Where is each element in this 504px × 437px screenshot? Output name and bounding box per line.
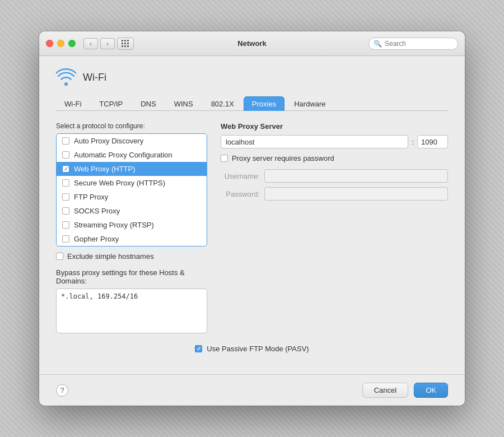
tab-8021x[interactable]: 802.1X (203, 96, 242, 111)
password-row: Password: (221, 187, 448, 201)
ok-button[interactable]: OK (414, 383, 448, 398)
protocol-item-auto-proxy-config[interactable]: Automatic Proxy Configuration (57, 148, 207, 162)
protocol-label-auto-proxy-discovery: Auto Proxy Discovery (74, 137, 143, 145)
right-panel: Web Proxy Server : Proxy server requires… (221, 122, 448, 336)
checkbox-auto-proxy-discovery[interactable] (62, 137, 69, 145)
tab-tcpip[interactable]: TCP/IP (91, 96, 131, 111)
tab-dns[interactable]: DNS (132, 96, 164, 111)
checkbox-auto-proxy-config[interactable] (62, 151, 69, 159)
protocol-label-auto-proxy-config: Automatic Proxy Configuration (74, 151, 172, 159)
protocol-item-secure-web-proxy[interactable]: Secure Web Proxy (HTTPS) (57, 176, 207, 190)
protocol-list: Auto Proxy Discovery Automatic Proxy Con… (56, 133, 207, 247)
protocol-label: Select a protocol to configure: (56, 122, 207, 130)
protocol-label-socks-proxy: SOCKS Proxy (74, 207, 120, 215)
close-button[interactable] (46, 40, 53, 47)
grid-icon (122, 40, 129, 48)
forward-button[interactable]: › (100, 38, 115, 49)
tabs: Wi-Fi TCP/IP DNS WINS 802.1X Proxies Har… (56, 96, 448, 111)
window-title: Network (237, 39, 266, 48)
port-input[interactable] (417, 135, 448, 148)
checkbox-ftp-proxy[interactable] (62, 193, 69, 201)
server-input[interactable] (221, 135, 408, 148)
checkbox-exclude-hostnames[interactable] (56, 253, 63, 260)
protocol-label-streaming-proxy: Streaming Proxy (RTSP) (74, 221, 154, 229)
cancel-button[interactable]: Cancel (362, 383, 408, 398)
pasv-row: Use Passive FTP Mode (PASV) (56, 345, 448, 353)
checkbox-gopher-proxy[interactable] (62, 235, 69, 243)
wifi-icon (56, 67, 76, 87)
bypass-textarea[interactable] (56, 289, 207, 333)
protocol-item-socks-proxy[interactable]: SOCKS Proxy (57, 204, 207, 218)
protocol-label-secure-web-proxy: Secure Web Proxy (HTTPS) (74, 179, 165, 187)
pasv-label: Use Passive FTP Mode (PASV) (207, 345, 309, 353)
checkbox-socks-proxy[interactable] (62, 207, 69, 215)
password-input[interactable] (264, 187, 448, 201)
checkbox-streaming-proxy[interactable] (62, 221, 69, 229)
username-row: Username: (221, 169, 448, 183)
search-input[interactable] (385, 40, 453, 48)
tab-wins[interactable]: WINS (166, 96, 202, 111)
checkbox-pasv[interactable] (195, 345, 202, 352)
pw-label: Proxy server requires password (232, 154, 334, 162)
bypass-section: Bypass proxy settings for these Hosts & … (56, 268, 207, 336)
colon-separator: : (412, 138, 414, 146)
footer: ? Cancel OK (39, 374, 465, 406)
exclude-row: Exclude simple hostnames (56, 252, 207, 261)
checkbox-requires-password[interactable] (221, 155, 228, 162)
protocol-label-ftp-proxy: FTP Proxy (74, 193, 108, 201)
search-icon: 🔍 (374, 40, 382, 48)
protocol-item-web-proxy-http[interactable]: Web Proxy (HTTP) (57, 162, 207, 176)
server-row: : (221, 135, 448, 148)
traffic-lights (46, 40, 76, 47)
grid-button[interactable] (117, 38, 134, 50)
checkbox-secure-web-proxy[interactable] (62, 179, 69, 187)
footer-buttons: Cancel OK (362, 383, 448, 398)
username-input[interactable] (264, 169, 448, 183)
protocol-item-streaming-proxy[interactable]: Streaming Proxy (RTSP) (57, 218, 207, 232)
protocol-item-auto-proxy-discovery[interactable]: Auto Proxy Discovery (57, 134, 207, 148)
main-window: ‹ › Network 🔍 Wi-Fi (39, 31, 465, 406)
wifi-header: Wi-Fi (56, 67, 448, 87)
tab-wifi[interactable]: Wi-Fi (56, 96, 90, 111)
body-layout: Select a protocol to configure: Auto Pro… (56, 122, 448, 336)
main-content: Wi-Fi Wi-Fi TCP/IP DNS WINS 802.1X Proxi… (39, 56, 465, 374)
bottom-area: Use Passive FTP Mode (PASV) (56, 345, 448, 353)
maximize-button[interactable] (68, 40, 76, 47)
minimize-button[interactable] (57, 40, 64, 47)
protocol-label-web-proxy-http: Web Proxy (HTTP) (74, 165, 136, 173)
back-button[interactable]: ‹ (83, 38, 98, 49)
protocol-item-gopher-proxy[interactable]: Gopher Proxy (57, 232, 207, 246)
left-panel: Select a protocol to configure: Auto Pro… (56, 122, 207, 336)
titlebar: ‹ › Network 🔍 (39, 31, 465, 56)
username-label: Username: (221, 172, 260, 180)
checkbox-web-proxy-http[interactable] (62, 165, 69, 173)
exclude-label: Exclude simple hostnames (67, 252, 154, 261)
tab-hardware[interactable]: Hardware (286, 96, 334, 111)
wifi-label: Wi-Fi (83, 72, 106, 83)
password-label: Password: (221, 190, 260, 198)
bypass-label: Bypass proxy settings for these Hosts & … (56, 268, 207, 285)
pw-row: Proxy server requires password (221, 154, 448, 162)
protocol-label-gopher-proxy: Gopher Proxy (74, 235, 119, 243)
protocol-item-ftp-proxy[interactable]: FTP Proxy (57, 190, 207, 204)
nav-buttons: ‹ › (83, 38, 115, 49)
search-box[interactable]: 🔍 (368, 38, 458, 50)
tab-proxies[interactable]: Proxies (244, 96, 284, 111)
web-proxy-server-title: Web Proxy Server (221, 122, 448, 131)
help-button[interactable]: ? (56, 384, 68, 397)
